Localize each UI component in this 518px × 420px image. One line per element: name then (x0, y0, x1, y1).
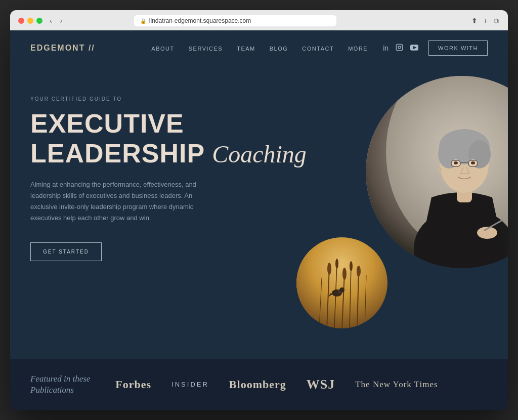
svg-point-40 (296, 237, 387, 328)
traffic-lights (18, 18, 42, 24)
publications-label: Featured in these Publications (30, 373, 90, 396)
nav-blog[interactable]: BLOG (270, 46, 288, 52)
svg-point-19 (454, 161, 458, 164)
svg-rect-0 (396, 44, 403, 51)
forbes-logo: Forbes (115, 378, 151, 391)
forward-button[interactable]: › (58, 16, 65, 26)
youtube-icon[interactable] (410, 44, 418, 53)
hero-title-line1: EXECUTIVE (30, 110, 307, 138)
nav-about[interactable]: ABOUT (151, 46, 174, 52)
work-with-button[interactable]: WORK WITH (428, 40, 488, 56)
hero-content: YOUR CERTIFIED GUIDE TO EXECUTIVE LEADER… (30, 81, 488, 359)
nav-services[interactable]: SERVICES (189, 46, 223, 52)
insider-logo: INSIDER (171, 381, 209, 388)
close-button[interactable] (18, 18, 24, 24)
hero-description: Aiming at enhancing the performance, eff… (30, 179, 212, 224)
maximize-button[interactable] (36, 18, 42, 24)
hero-leadership-text: LEADERSHIP (30, 140, 205, 167)
browser-chrome: ‹ › 🔒 lindatran-edgemont.squarespace.com… (10, 10, 508, 30)
instagram-icon[interactable] (396, 44, 403, 53)
hero-portrait-circle (366, 76, 508, 268)
get-started-button[interactable]: GET STARTED (30, 242, 102, 261)
navbar: EDGEMONT // ABOUT SERVICES TEAM BLOG CON… (10, 30, 508, 66)
svg-point-21 (438, 167, 442, 172)
linkedin-icon[interactable]: in (383, 44, 388, 52)
browser-controls: ‹ › (48, 16, 64, 26)
svg-point-20 (471, 161, 475, 164)
minimize-button[interactable] (27, 18, 33, 24)
website: EDGEMONT // ABOUT SERVICES TEAM BLOG CON… (10, 30, 508, 410)
nav-contact[interactable]: CONTACT (302, 46, 334, 52)
hero-coaching-text: Coaching (212, 142, 307, 167)
tab-overview-button[interactable]: ⧉ (493, 16, 500, 26)
address-bar[interactable]: 🔒 lindatran-edgemont.squarespace.com (134, 15, 336, 26)
wsj-logo: WSJ (307, 377, 335, 392)
hero-text: YOUR CERTIFIED GUIDE TO EXECUTIVE LEADER… (30, 81, 307, 359)
nav-social: in (383, 44, 418, 53)
publications-bar: Featured in these Publications Forbes IN… (10, 359, 508, 410)
hero-section: YOUR CERTIFIED GUIDE TO EXECUTIVE LEADER… (10, 66, 508, 359)
nyt-logo: The New York Times (355, 380, 438, 390)
lock-icon: 🔒 (140, 18, 146, 24)
share-button[interactable]: ⬆ (470, 16, 479, 26)
site-logo[interactable]: EDGEMONT // (30, 44, 95, 53)
new-tab-button[interactable]: + (483, 16, 489, 26)
svg-point-2 (401, 45, 401, 46)
browser-actions: ⬆ + ⧉ (470, 16, 500, 26)
svg-point-1 (398, 46, 401, 49)
nav-more[interactable]: MORE (348, 46, 368, 52)
back-button[interactable]: ‹ (48, 16, 54, 26)
publication-logos: Forbes INSIDER Bloomberg WSJ The New Yor… (115, 377, 488, 392)
nav-links: ABOUT SERVICES TEAM BLOG CONTACT MORE (151, 44, 368, 53)
nav-team[interactable]: TEAM (237, 46, 255, 52)
browser-window: ‹ › 🔒 lindatran-edgemont.squarespace.com… (10, 10, 508, 410)
bloomberg-logo: Bloomberg (229, 378, 286, 391)
hero-nature-circle (296, 237, 387, 328)
url-text: lindatran-edgemont.squarespace.com (149, 17, 251, 24)
hero-title-line2: LEADERSHIP Coaching (30, 140, 307, 167)
hero-subtitle: YOUR CERTIFIED GUIDE TO (30, 96, 307, 102)
hero-images (307, 81, 508, 359)
